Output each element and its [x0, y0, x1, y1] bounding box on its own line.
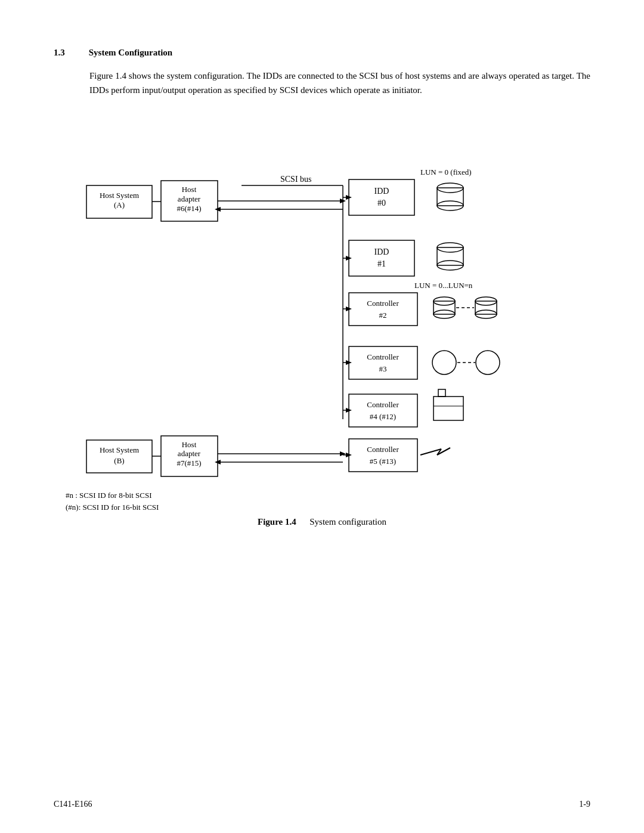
ctrl2-disk2-body: [475, 301, 497, 314]
host-system-b-label2: (B): [114, 456, 124, 465]
ctrl4-label2: #4 (#12): [370, 412, 396, 421]
section-heading: 1.3 System Configuration: [54, 48, 590, 58]
host-system-b-label1: Host System: [100, 445, 139, 454]
footer-right: 1-9: [579, 800, 590, 809]
footer: C141-E166 1-9: [54, 800, 590, 809]
ctrl4-label1: Controller: [367, 400, 399, 409]
host-adapter-a-label2: adapter: [178, 194, 201, 203]
host-system-a-label2: (A): [114, 200, 125, 209]
ctrl4-tape-top: [438, 389, 445, 397]
ctrl4-tape-outer: [434, 397, 463, 420]
idd1-label2: #1: [377, 259, 386, 268]
ctrl3-label1: Controller: [367, 352, 399, 361]
body-text: Figure 1.4 shows the system configuratio…: [54, 69, 590, 97]
system-diagram: SCSI bus LUN = 0 (fixed) LUN = 0...LUN=n…: [69, 115, 575, 485]
section-title: System Configuration: [89, 48, 172, 58]
ctrl5-label2: #5 (#13): [370, 457, 396, 466]
lun-n-label: LUN = 0...LUN=n: [414, 281, 473, 290]
note-line2: (#n): SCSI ID for 16-bit SCSI: [66, 503, 590, 512]
host-adapter-a-label1: Host: [182, 185, 197, 194]
host-adapter-a-label3: #6(#14): [177, 204, 201, 213]
footer-left: C141-E166: [54, 800, 92, 809]
page: 1.3 System Configuration Figure 1.4 show…: [0, 0, 644, 833]
figure-label: Figure 1.4: [258, 517, 296, 527]
idd0-label1: IDD: [374, 187, 389, 196]
ctrl5-label1: Controller: [367, 445, 399, 454]
host-system-a-label1: Host System: [100, 191, 139, 200]
ctrl3-circle2: [476, 351, 500, 374]
figure-caption: Figure 1.4 System configuration: [54, 517, 590, 527]
ctrl2-label2: #2: [379, 311, 387, 320]
host-adapter-b-label1: Host: [182, 440, 197, 449]
ctrl2-disk1-body: [434, 301, 455, 314]
idd1-box: [349, 240, 414, 276]
host-adapter-b-label2: adapter: [178, 449, 201, 458]
figure-caption-text: System configuration: [309, 517, 386, 527]
diagram-container: SCSI bus LUN = 0 (fixed) LUN = 0...LUN=n…: [69, 115, 575, 485]
host-adapter-b-label3: #7(#15): [177, 459, 201, 467]
idd0-box: [349, 179, 414, 215]
ctrl2-box: [349, 293, 417, 326]
ctrl3-circle1: [432, 351, 456, 374]
idd0-label2: #0: [377, 199, 386, 208]
arrow-ha-b-right: [340, 451, 346, 456]
idd1-disk-body: [437, 247, 463, 265]
ctrl4-box: [349, 394, 417, 427]
note-line1: #n : SCSI ID for 8-bit SCSI: [66, 491, 590, 500]
ctrl3-box: [349, 346, 417, 379]
ctrl2-label1: Controller: [367, 299, 399, 308]
lun-fixed-label: LUN = 0 (fixed): [420, 168, 472, 176]
idd1-label1: IDD: [374, 247, 389, 256]
section-number: 1.3: [54, 48, 65, 58]
idd0-disk-body: [437, 188, 463, 206]
scsi-bus-label: SCSI bus: [280, 175, 312, 184]
ctrl3-label2: #3: [379, 364, 387, 373]
ctrl5-box: [349, 439, 417, 472]
